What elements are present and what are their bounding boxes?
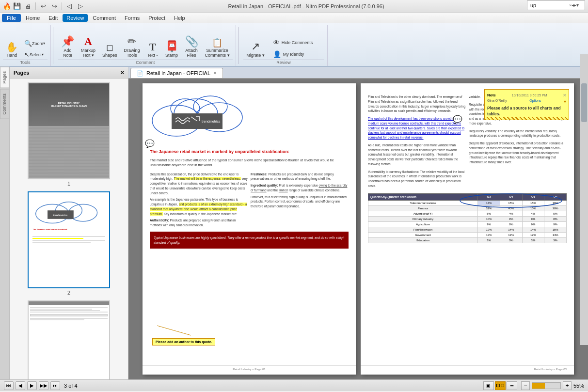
shapes-button[interactable]: ◻ Shapes [99, 41, 120, 60]
continuous-button[interactable]: ☰ [507, 381, 517, 390]
drawing-label: DrawingTools [124, 48, 140, 58]
hand-tool-button[interactable]: ✋ Hand [3, 40, 21, 60]
menu-comment[interactable]: Comment [89, 14, 120, 22]
ribbon-sep2 [238, 27, 238, 64]
add-note-button[interactable]: 📌 AddNote [58, 34, 77, 60]
regulatory-text: Regulatory volatility: The volatility of… [469, 129, 567, 139]
tools-buttons: ✋ Hand 🔍 Zoom ▾ ↖ Select ▾ [3, 26, 48, 60]
select-button[interactable]: ↖ Select ▾ [22, 49, 48, 60]
row-adpr-q4: 4% [500, 211, 522, 216]
nav-play-button[interactable]: ▶ [27, 381, 37, 390]
nav-prev-button[interactable]: ◀ [16, 381, 25, 390]
summarize-icon: 📋 [212, 38, 222, 47]
summarize-label: SummarizeComments ▾ [205, 48, 230, 58]
drawing-text-button[interactable]: ✏ DrawingTools [121, 34, 143, 60]
doc-tab-close-icon[interactable]: × [213, 70, 217, 77]
menu-protect[interactable]: Protect [144, 14, 169, 22]
tools-group-label: Tools [3, 60, 48, 66]
save-button[interactable]: 💾 [12, 2, 22, 11]
single-page-button[interactable]: ▣ [483, 381, 494, 390]
note-dropdown-icon[interactable]: ▾ [564, 99, 566, 104]
stamp-button[interactable]: 📮 Stamp [162, 39, 181, 60]
note-border-pattern [485, 117, 569, 120]
page-thumbnail-1[interactable]: RETAIL INDUSTRYMARKET DYNAMICS IN JAPAN [28, 82, 110, 179]
summarize-button[interactable]: 📋 SummarizeComments ▾ [202, 36, 233, 60]
note-options[interactable]: Options [529, 99, 541, 104]
row-adpr-q1: 4% [522, 211, 544, 216]
nav-first-button[interactable]: ⏮ [4, 381, 14, 390]
row-primary-label: Primary industry [368, 216, 478, 221]
two-page-button[interactable]: ⧠⧠ [495, 381, 506, 390]
sidebar-title: Pages [14, 70, 29, 76]
view-mode-buttons: ▣ ⧠⧠ ☰ [483, 381, 517, 390]
row-film-q2: 15% [544, 227, 567, 232]
forward-button[interactable]: ▷ [76, 2, 85, 11]
redo-button[interactable]: ↪ [49, 2, 59, 11]
right-page-left-col: Film and Television is the other clearly… [368, 94, 466, 188]
row-finance-q2: 30% [544, 205, 567, 211]
zoom-out-button[interactable]: − [521, 381, 530, 390]
sidebar-close-icon[interactable]: × [120, 69, 124, 76]
nav-last-button[interactable]: ⏭ [50, 381, 60, 390]
col2-ingredient: Ingredient quality: Fruit is extremely e… [251, 183, 349, 193]
search-input[interactable] [530, 2, 569, 8]
menu-forms[interactable]: Forms [121, 14, 143, 22]
link-text-1: The upshot of this development has been … [368, 117, 464, 139]
text-button[interactable]: T Text - [144, 40, 161, 60]
table-row: Education 3% 3% 3% 3% [368, 237, 567, 243]
menu-home[interactable]: Home [22, 14, 44, 22]
markup-label: MarkupText ▾ [81, 48, 95, 58]
pages-tab[interactable]: Pages [0, 67, 9, 88]
zoom-button[interactable]: 🔍 Zoom ▾ [22, 38, 48, 48]
print-button[interactable]: 🖨 [23, 2, 33, 11]
page-thumbnail-2[interactable]: trendmetrics The Japanese retail market … [28, 191, 110, 288]
table-row: Film/Television 13% 14% 14% 15% [368, 227, 567, 232]
zoom-in-button[interactable]: + [563, 381, 572, 390]
sidebar-container: Pages Comments Pages × RETAIL INDUSTRYMA… [0, 67, 128, 379]
stamp-label: Stamp [165, 53, 178, 58]
menu-edit[interactable]: Edit [45, 14, 62, 22]
scrollbar-thumb[interactable] [581, 83, 587, 122]
search-expand-icon[interactable]: ▾ [576, 2, 579, 8]
page-thumb-2[interactable]: trendmetrics The Japanese retail market … [14, 191, 124, 296]
separator2 [62, 2, 62, 10]
row-telecom-q2: 16% [544, 200, 567, 205]
doc-tab-icon: 📄 [137, 70, 143, 77]
row-film-label: Film/Television [368, 227, 478, 232]
note-header: Note 10/10/2011 3:50:25 PM × [487, 92, 566, 98]
menu-file[interactable]: File [2, 14, 21, 22]
markup-text-button[interactable]: A MarkupText ▾ [78, 34, 98, 60]
select-icon: ↖ [24, 51, 30, 58]
page-thumb-3[interactable]: 3 [14, 300, 124, 379]
doc-page-right: Note 10/10/2011 3:50:25 PM × Gina O'Reil… [361, 83, 574, 375]
menu-help[interactable]: Help [170, 14, 189, 22]
search-bar[interactable]: × ◂ ▸ ▾ [527, 0, 585, 10]
undo-button[interactable]: ↩ [38, 2, 48, 11]
row-agri-q3: 9% [478, 221, 500, 227]
note-close-icon[interactable]: × [563, 92, 566, 98]
comments-tab[interactable]: Comments [0, 89, 9, 119]
right-scrollbar[interactable] [580, 67, 588, 345]
table-header: Quarter-by-Quarter breakdown Q3 Q4 Q1 Q2 [368, 193, 567, 200]
doc-tab[interactable]: 📄 Retail in Japan - OFFICIAL × [130, 68, 223, 78]
back-button[interactable]: ◁ [64, 2, 74, 11]
nav-next-button[interactable]: ▶▶ [39, 381, 48, 390]
pages-list[interactable]: RETAIL INDUSTRYMARKET DYNAMICS IN JAPAN … [10, 78, 128, 379]
row-govt-q2: 14% [544, 232, 567, 237]
row-telecom-label: Telecommunications [368, 200, 478, 205]
page-thumbnail-3[interactable] [28, 300, 110, 379]
menu-review[interactable]: Review [63, 14, 88, 22]
page-thumb-1[interactable]: RETAIL INDUSTRYMARKET DYNAMICS IN JAPAN … [14, 82, 124, 187]
migrate-button[interactable]: ↗ Migrate ▾ [243, 39, 268, 60]
hide-comments-button[interactable]: 👁 Hide Comments [270, 37, 324, 48]
zoom-slider[interactable] [532, 382, 561, 389]
user-icon: 👤 [273, 50, 281, 58]
select-label: Select [30, 52, 42, 57]
migrate-icon: ↗ [251, 41, 260, 52]
attach-files-button[interactable]: 📎 AttachFiles [182, 34, 201, 60]
row-edu-q2: 3% [544, 237, 567, 243]
text-label: Text - [147, 53, 158, 58]
svg-line-13 [157, 326, 191, 335]
my-identity-button[interactable]: 👤 My Identity [270, 49, 324, 60]
document-scroll-area[interactable]: trendmetrics 💬 The Japanese retail marke… [128, 78, 588, 379]
